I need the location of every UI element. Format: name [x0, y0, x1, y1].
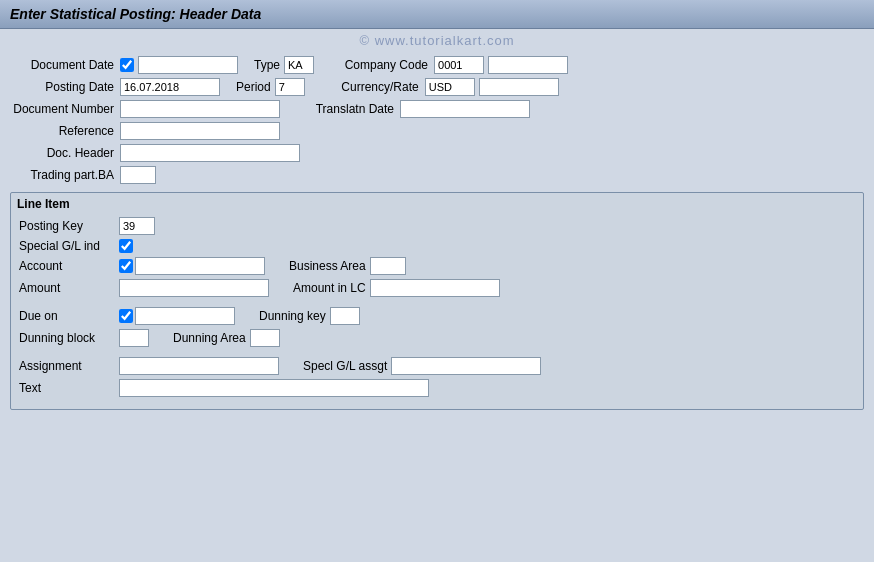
text-input[interactable]: [119, 379, 429, 397]
specl-gl-assgt-input[interactable]: [391, 357, 541, 375]
posting-date-input[interactable]: [120, 78, 220, 96]
dunning-area-input[interactable]: [250, 329, 280, 347]
due-on-label: Due on: [19, 309, 119, 323]
page-title: Enter Statistical Posting: Header Data: [10, 6, 261, 22]
account-input[interactable]: [135, 257, 265, 275]
period-label: Period: [236, 80, 271, 94]
due-on-input[interactable]: [135, 307, 235, 325]
line-item-group: Line Item Posting Key Special G/L ind Ac…: [10, 192, 864, 410]
special-gl-ind-checkbox[interactable]: [119, 239, 133, 253]
posting-key-label: Posting Key: [19, 219, 119, 233]
translatn-date-input[interactable]: [400, 100, 530, 118]
document-date-checkbox[interactable]: [120, 58, 134, 72]
dunning-key-input[interactable]: [330, 307, 360, 325]
doc-header-input[interactable]: [120, 144, 300, 162]
amount-input[interactable]: [119, 279, 269, 297]
dunning-block-input[interactable]: [119, 329, 149, 347]
account-label: Account: [19, 259, 119, 273]
business-area-label: Business Area: [289, 259, 366, 273]
business-area-input[interactable]: [370, 257, 406, 275]
doc-header-label: Doc. Header: [10, 146, 120, 160]
translatn-date-label: Translatn Date: [300, 102, 400, 116]
specl-gl-assgt-label: Specl G/L assgt: [303, 359, 387, 373]
type-input[interactable]: [284, 56, 314, 74]
trading-part-ba-label: Trading part.BA: [10, 168, 120, 182]
amount-label: Amount: [19, 281, 119, 295]
currency-rate-label: Currency/Rate: [325, 80, 425, 94]
text-label: Text: [19, 381, 119, 395]
document-date-label: Document Date: [10, 58, 120, 72]
special-gl-ind-label: Special G/L ind: [19, 239, 119, 253]
trading-part-ba-input[interactable]: [120, 166, 156, 184]
company-code-label: Company Code: [334, 58, 434, 72]
document-date-input[interactable]: [138, 56, 238, 74]
document-number-label: Document Number: [10, 102, 120, 116]
due-on-checkbox[interactable]: [119, 309, 133, 323]
company-code-input[interactable]: [434, 56, 484, 74]
reference-input[interactable]: [120, 122, 280, 140]
amount-in-lc-label: Amount in LC: [293, 281, 366, 295]
watermark: © www.tutorialkart.com: [0, 29, 874, 50]
posting-date-label: Posting Date: [10, 80, 120, 94]
dunning-area-label: Dunning Area: [173, 331, 246, 345]
company-code-extra-input[interactable]: [488, 56, 568, 74]
dunning-block-label: Dunning block: [19, 331, 119, 345]
reference-label: Reference: [10, 124, 120, 138]
document-number-input[interactable]: [120, 100, 280, 118]
account-checkbox[interactable]: [119, 259, 133, 273]
posting-key-input[interactable]: [119, 217, 155, 235]
title-bar: Enter Statistical Posting: Header Data: [0, 0, 874, 29]
rate-input[interactable]: [479, 78, 559, 96]
line-item-title: Line Item: [17, 197, 855, 211]
assignment-input[interactable]: [119, 357, 279, 375]
type-label: Type: [254, 58, 280, 72]
amount-in-lc-input[interactable]: [370, 279, 500, 297]
dunning-key-label: Dunning key: [259, 309, 326, 323]
period-input[interactable]: [275, 78, 305, 96]
currency-input[interactable]: [425, 78, 475, 96]
assignment-label: Assignment: [19, 359, 119, 373]
